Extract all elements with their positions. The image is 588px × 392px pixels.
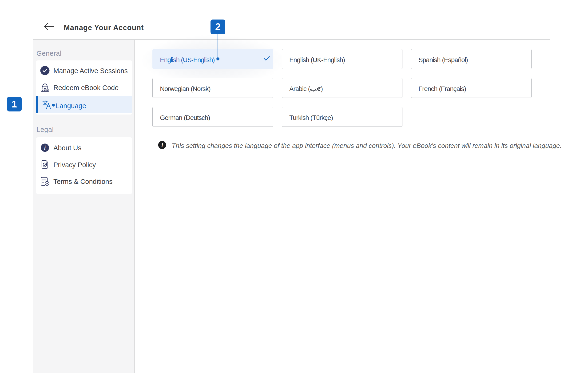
- svg-text:i: i: [161, 142, 163, 148]
- svg-text:i: i: [44, 144, 46, 151]
